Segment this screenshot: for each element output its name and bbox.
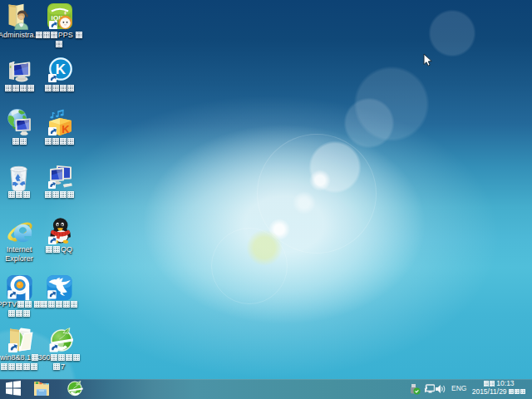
svg-text:K: K: [62, 123, 70, 135]
svg-text:K: K: [56, 62, 66, 77]
